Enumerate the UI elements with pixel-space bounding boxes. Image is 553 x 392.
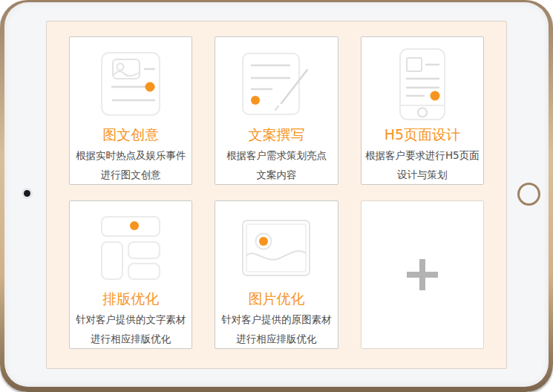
card-description: 根据客户要求进行H5页面 设计与策划: [365, 146, 480, 184]
icon-area: [215, 46, 337, 122]
card-description: 针对客户提供的文字素材 进行相应排版优化: [76, 310, 186, 348]
card-title: 排版优化: [102, 290, 159, 307]
h5-page-icon: [399, 48, 445, 120]
service-card-image-optimize[interactable]: 图片优化 针对客户提供的原图素材 进行相应排版优化: [215, 200, 338, 349]
service-card-image-text[interactable]: 图文创意 根据实时热点及娱乐事件 进行图文创意: [69, 36, 192, 185]
image-optimize-icon: [242, 220, 310, 276]
service-card-copywriting[interactable]: 文案撰写 根据客户需求策划亮点 文案内容: [215, 36, 338, 185]
add-service-card[interactable]: [361, 200, 484, 349]
icon-area: [70, 210, 192, 286]
services-grid: 图文创意 根据实时热点及娱乐事件 进行图文创意: [47, 22, 506, 368]
card-description: 根据实时热点及娱乐事件 进行图文创意: [76, 146, 186, 184]
card-description: 根据客户需求策划亮点 文案内容: [226, 146, 327, 184]
layout-icon: [101, 216, 160, 280]
service-card-h5-design[interactable]: H5页面设计 根据客户要求进行H5页面 设计与策划: [361, 36, 484, 185]
icon-area: [70, 46, 192, 122]
card-title: 图片优化: [248, 290, 304, 307]
copywriting-icon: [242, 53, 310, 115]
service-card-layout-optimize[interactable]: 排版优化 针对客户提供的文字素材 进行相应排版优化: [69, 200, 192, 349]
home-button[interactable]: [517, 183, 540, 206]
page: 图文创意 根据实时热点及娱乐事件 进行图文创意: [0, 0, 553, 392]
card-title: H5页面设计: [385, 125, 460, 143]
card-title: 图文创意: [102, 125, 159, 143]
icon-area: [361, 46, 483, 122]
image-text-icon: [101, 52, 160, 116]
plus-icon: [407, 259, 438, 290]
card-description: 针对客户提供的原图素材 进行相应排版优化: [221, 310, 332, 348]
screen: 图文创意 根据实时热点及娱乐事件 进行图文创意: [46, 21, 507, 369]
camera-dot: [24, 190, 30, 197]
tablet-bezel: 图文创意 根据实时热点及娱乐事件 进行图文创意: [4, 2, 549, 387]
icon-area: [215, 210, 337, 286]
card-title: 文案撰写: [248, 125, 304, 143]
tablet-frame: 图文创意 根据实时热点及娱乐事件 进行图文创意: [0, 0, 553, 392]
